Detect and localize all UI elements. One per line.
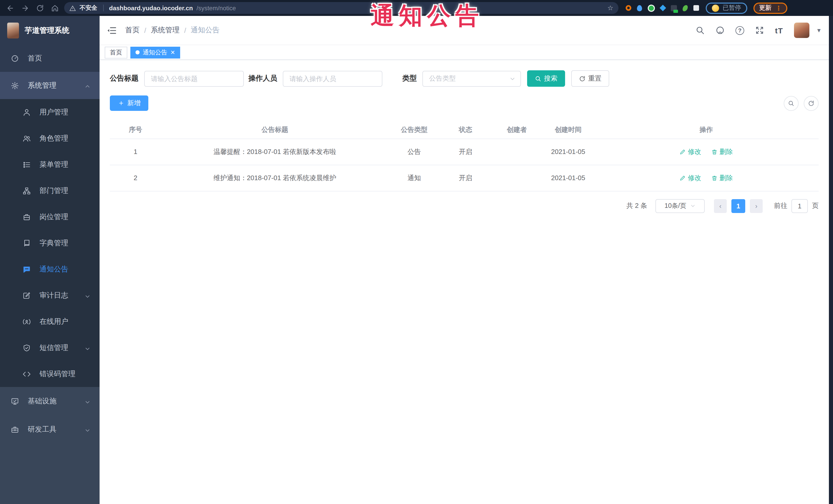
browser-update-button[interactable]: 更新 ⋮: [754, 2, 787, 14]
sidebar-item-users[interactable]: 用户管理: [0, 99, 100, 125]
browser-extensions: [626, 4, 699, 11]
avatar-caret-icon[interactable]: ▼: [816, 27, 822, 33]
not-secure-warning-icon: [69, 5, 76, 11]
forward-icon[interactable]: [21, 4, 29, 12]
user-icon: [23, 108, 31, 116]
reset-button[interactable]: 重置: [571, 70, 609, 87]
table-header-row: 序号 公告标题 公告类型 状态 创建者 创建时间 操作: [110, 122, 818, 139]
page-unit-label: 页: [812, 201, 818, 211]
page-content: 公告标题 操作人员 类型 公告类型 搜索: [100, 60, 829, 504]
app-window: 芋道管理系统 首页 系统管理 用户管理: [0, 16, 833, 504]
bookmark-star-icon[interactable]: ☆: [608, 4, 613, 12]
goto-label: 前往: [774, 201, 787, 211]
delete-link[interactable]: 删除: [711, 173, 733, 183]
extension-drop-icon[interactable]: [637, 5, 642, 11]
security-label: 不安全: [79, 4, 97, 12]
extension-leaf-icon[interactable]: [683, 5, 688, 11]
sidebar-item-notice[interactable]: 通知公告: [0, 256, 100, 282]
tab-close-icon[interactable]: ✕: [170, 50, 175, 55]
filter-title-label: 公告标题: [110, 74, 139, 83]
tabs-bar: 首页 通知公告 ✕: [100, 45, 829, 60]
navbar-actions: ? tT ▼: [695, 23, 822, 38]
add-button[interactable]: ＋ 新增: [110, 95, 148, 111]
toolbox-icon: [11, 425, 19, 433]
reload-icon[interactable]: [36, 4, 44, 12]
search-icon[interactable]: [695, 26, 705, 35]
notice-type-select[interactable]: 公告类型: [422, 71, 521, 87]
sidebar-item-roles[interactable]: 角色管理: [0, 125, 100, 151]
refresh-table-button[interactable]: [804, 96, 818, 111]
current-page[interactable]: 1: [731, 199, 745, 213]
refresh-icon: [579, 75, 586, 82]
sidebar-item-dev-tools[interactable]: 研发工具: [0, 415, 100, 443]
sidebar-item-system[interactable]: 系统管理: [0, 72, 100, 99]
fullscreen-icon[interactable]: [755, 26, 764, 35]
breadcrumb: 首页 / 系统管理 / 通知公告: [125, 26, 220, 35]
github-icon[interactable]: [715, 26, 725, 35]
prev-page-button[interactable]: ‹: [714, 199, 727, 213]
paused-label: 已暂停: [723, 4, 741, 12]
col-type: 公告类型: [388, 122, 440, 139]
sidebar-item-dict[interactable]: 字典管理: [0, 230, 100, 256]
paused-badge[interactable]: 已暂停: [706, 2, 747, 14]
next-page-button[interactable]: ›: [750, 199, 763, 213]
pencil-icon: [680, 149, 686, 155]
code-icon: [23, 370, 31, 378]
list-icon: [23, 160, 31, 169]
extension-green-icon[interactable]: [648, 4, 655, 11]
help-icon[interactable]: ?: [736, 26, 744, 34]
sidebar-item-posts[interactable]: 岗位管理: [0, 204, 100, 230]
address-bar[interactable]: 不安全 dashboard.yudao.iocoder.cn/system/no…: [64, 2, 618, 14]
breadcrumb-system[interactable]: 系统管理: [151, 26, 180, 35]
font-size-icon[interactable]: tT: [775, 26, 783, 34]
col-no: 序号: [110, 122, 161, 139]
sidebar-item-home[interactable]: 首页: [0, 45, 100, 72]
breadcrumb-current: 通知公告: [191, 26, 220, 35]
search-icon: [788, 100, 794, 106]
extension-switch-icon[interactable]: [671, 5, 677, 11]
tab-notice[interactable]: 通知公告 ✕: [130, 46, 180, 58]
pagination-total: 共 2 条: [626, 201, 647, 211]
goto-page-input[interactable]: [791, 199, 808, 213]
address-separator: [103, 5, 103, 11]
toggle-search-button[interactable]: [784, 96, 799, 111]
operator-input[interactable]: [283, 71, 382, 87]
sidebar-item-departments[interactable]: 部门管理: [0, 177, 100, 204]
back-icon[interactable]: [6, 4, 15, 12]
extensions-puzzle-icon[interactable]: [693, 5, 699, 11]
kebab-menu-icon[interactable]: ⋮: [776, 5, 782, 11]
breadcrumb-separator: /: [184, 26, 186, 34]
pagination: 共 2 条 10条/页 ‹ 1 › 前往 页: [110, 199, 818, 213]
edit-link[interactable]: 修改: [680, 147, 701, 156]
extension-ring-icon[interactable]: [626, 5, 631, 11]
url-path: /system/notice: [196, 4, 236, 11]
sidebar-collapse-icon[interactable]: [107, 25, 117, 35]
edit-link[interactable]: 修改: [680, 173, 701, 183]
sidebar-logo[interactable]: 芋道管理系统: [0, 16, 100, 45]
sidebar-item-infrastructure[interactable]: 基础设施: [0, 387, 100, 415]
user-avatar[interactable]: [794, 23, 809, 38]
trash-icon: [711, 149, 717, 155]
breadcrumb-home[interactable]: 首页: [125, 26, 140, 35]
annotation-overlay: 通知公告: [371, 0, 483, 32]
sidebar-item-menus[interactable]: 菜单管理: [0, 151, 100, 177]
col-status: 状态: [440, 122, 491, 139]
url-domain: dashboard.yudao.iocoder.cn: [109, 4, 193, 11]
update-label: 更新: [759, 4, 771, 12]
sidebar-item-error-codes[interactable]: 错误码管理: [0, 361, 100, 387]
delete-link[interactable]: 删除: [711, 147, 733, 156]
page-size-select[interactable]: 10条/页: [656, 199, 705, 213]
extension-diamond-icon[interactable]: [660, 5, 666, 11]
chat-bubble-icon: [23, 265, 31, 273]
sidebar-item-sms[interactable]: 短信管理: [0, 335, 100, 361]
sidebar-item-online-users[interactable]: 在线用户: [0, 309, 100, 335]
refresh-icon: [808, 100, 814, 106]
table-toolbar: ＋ 新增: [110, 95, 818, 111]
browser-scrollbar[interactable]: [829, 16, 833, 504]
sidebar-item-audit-log[interactable]: 审计日志: [0, 282, 100, 309]
search-button[interactable]: 搜索: [527, 70, 565, 87]
tab-home[interactable]: 首页: [105, 46, 127, 58]
home-icon[interactable]: [51, 4, 59, 12]
notice-title-input[interactable]: [144, 71, 244, 87]
chevron-down-icon: [85, 427, 90, 432]
